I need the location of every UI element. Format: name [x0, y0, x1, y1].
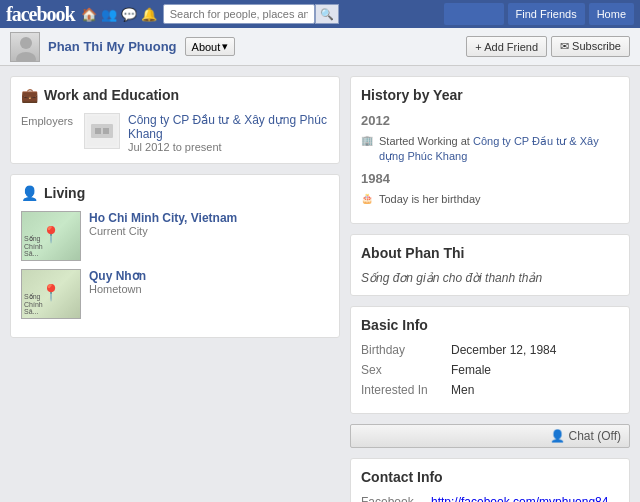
- about-dropdown-button[interactable]: About ▾: [185, 37, 236, 56]
- hometown-label: Hometown: [89, 283, 146, 295]
- current-city-label: Current City: [89, 225, 237, 237]
- hcm-map-label: SốngChínhSā...: [24, 235, 43, 258]
- add-friend-button[interactable]: + Add Friend: [466, 36, 547, 57]
- messages-icon: 💬: [121, 7, 137, 22]
- employers-label: Employers: [21, 113, 76, 127]
- left-column: 💼 Work and Education Employers Công ty C…: [10, 76, 340, 338]
- chat-bar[interactable]: 👤 Chat (Off): [350, 424, 630, 448]
- right-column: History by Year 2012 🏢 Started Working a…: [350, 76, 630, 502]
- svg-point-1: [16, 52, 36, 62]
- basic-info-title: Basic Info: [361, 317, 619, 333]
- profile-block: [444, 3, 504, 25]
- work-education-card: 💼 Work and Education Employers Công ty C…: [10, 76, 340, 164]
- history-title: History by Year: [361, 87, 619, 103]
- hcm-map-thumb: 📍 SốngChínhSā...: [21, 211, 81, 261]
- birthday-label: Birthday: [361, 343, 441, 357]
- profile-actions: + Add Friend ✉ Subscribe: [466, 36, 630, 57]
- birthday-row: Birthday December 12, 1984: [361, 343, 619, 357]
- contact-info-card: Contact Info Facebook http://facebook.co…: [350, 458, 630, 502]
- contact-title: Contact Info: [361, 469, 619, 485]
- svg-point-0: [20, 37, 32, 49]
- contact-facebook-row: Facebook http://facebook.com/myphuong84: [361, 495, 619, 502]
- sex-value: Female: [451, 363, 491, 377]
- hcm-info: Ho Chi Minh City, Vietnam Current City: [89, 211, 237, 237]
- friends-icon: 👥: [101, 7, 117, 22]
- avatar-image: [11, 33, 39, 61]
- chat-label: Chat (Off): [569, 429, 621, 443]
- chevron-down-icon: ▾: [222, 40, 228, 53]
- qn-info: Quy Nhơn Hometown: [89, 269, 146, 295]
- history-card: History by Year 2012 🏢 Started Working a…: [350, 76, 630, 224]
- map-pin-qn: 📍: [41, 283, 61, 302]
- interested-row: Interested In Men: [361, 383, 619, 397]
- search-button[interactable]: 🔍: [315, 4, 339, 24]
- birthday-value: December 12, 1984: [451, 343, 556, 357]
- sex-label: Sex: [361, 363, 441, 377]
- living-card: 👤 Living 📍 SốngChínhSā... Ho Chi Minh Ci…: [10, 174, 340, 338]
- history-company-link[interactable]: Công ty CP Đầu tư & Xây dựng Phúc Khang: [379, 135, 599, 162]
- interested-value: Men: [451, 383, 474, 397]
- work-period: Jul 2012 to present: [128, 141, 329, 153]
- contact-facebook-value: http://facebook.com/myphuong84: [431, 495, 608, 502]
- person-icon: 👤: [21, 185, 38, 201]
- home-icon: 🏠: [81, 7, 97, 22]
- main-content: 💼 Work and Education Employers Công ty C…: [0, 66, 640, 502]
- history-text-2012: Started Working at Công ty CP Đầu tư & X…: [379, 134, 619, 165]
- qn-map-label: SốngChínhSā...: [24, 293, 43, 316]
- profile-name: Phan Thi My Phuong: [48, 39, 177, 54]
- work-education-title: 💼 Work and Education: [21, 87, 329, 103]
- svg-rect-4: [95, 128, 101, 134]
- hometown-link[interactable]: Quy Nhơn: [89, 269, 146, 283]
- home-button[interactable]: Home: [589, 3, 634, 25]
- search-input[interactable]: [163, 4, 315, 24]
- history-item-1984: 🎂 Today is her birthday: [361, 192, 619, 207]
- history-item-2012: 🏢 Started Working at Công ty CP Đầu tư &…: [361, 134, 619, 165]
- history-bullet-1984: 🎂: [361, 193, 373, 204]
- living-title: 👤 Living: [21, 185, 329, 201]
- current-city-link[interactable]: Ho Chi Minh City, Vietnam: [89, 211, 237, 225]
- notifications-icon: 🔔: [141, 7, 157, 22]
- about-title: About Phan Thi: [361, 245, 619, 261]
- interested-label: Interested In: [361, 383, 441, 397]
- history-text-1984: Today is her birthday: [379, 192, 481, 207]
- about-card: About Phan Thi Sống đơn giản cho đời tha…: [350, 234, 630, 296]
- map-pin-hcm: 📍: [41, 225, 61, 244]
- about-text: Sống đơn giản cho đời thanh thản: [361, 271, 619, 285]
- history-year-2012: 2012: [361, 113, 619, 128]
- current-city-row: 📍 SốngChínhSā... Ho Chi Minh City, Vietn…: [21, 211, 329, 261]
- top-nav: facebook 🏠 👥 💬 🔔 🔍 Find Friends Home: [0, 0, 640, 28]
- nav-icons: 🏠 👥 💬 🔔: [81, 7, 157, 22]
- subscribe-button[interactable]: ✉ Subscribe: [551, 36, 630, 57]
- basic-info-card: Basic Info Birthday December 12, 1984 Se…: [350, 306, 630, 414]
- avatar: [10, 32, 40, 62]
- sex-row: Sex Female: [361, 363, 619, 377]
- briefcase-icon: 💼: [21, 87, 38, 103]
- employers-row: Employers Công ty CP Đầu tư & Xây dựng P…: [21, 113, 329, 153]
- facebook-logo: facebook: [6, 3, 75, 26]
- svg-rect-5: [103, 128, 109, 134]
- history-bullet-2012: 🏢: [361, 135, 373, 146]
- contact-facebook-label: Facebook: [361, 495, 421, 502]
- hometown-row: 📍 SốngChínhSā... Quy Nhơn Hometown: [21, 269, 329, 319]
- right-buttons: Find Friends Home: [444, 3, 634, 25]
- find-friends-button[interactable]: Find Friends: [508, 3, 585, 25]
- company-name-link[interactable]: Công ty CP Đầu tư & Xây dựng Phúc Khang: [128, 113, 327, 141]
- company-info: Công ty CP Đầu tư & Xây dựng Phúc Khang …: [128, 113, 329, 153]
- chat-icon: 👤: [550, 429, 565, 443]
- svg-rect-3: [91, 124, 113, 138]
- profile-bar: Phan Thi My Phuong About ▾ + Add Friend …: [0, 28, 640, 66]
- contact-facebook-link[interactable]: http://facebook.com/myphuong84: [431, 495, 608, 502]
- history-year-1984: 1984: [361, 171, 619, 186]
- company-logo: [84, 113, 120, 149]
- qn-map-thumb: 📍 SốngChínhSā...: [21, 269, 81, 319]
